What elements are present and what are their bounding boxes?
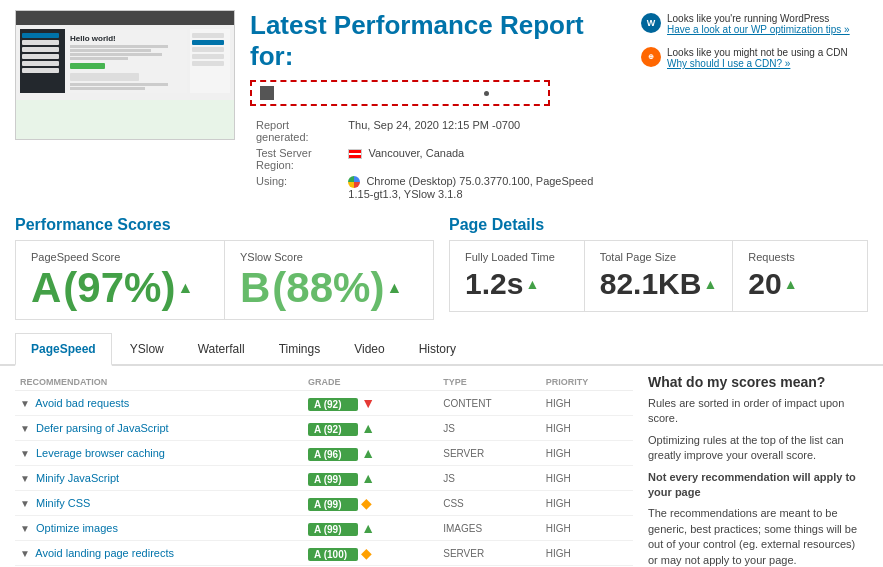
tab-pagespeed[interactable]: PageSpeed [15, 333, 112, 366]
rec-name[interactable]: ▼ Minify CSS [15, 491, 303, 516]
grade-badge: A (100) [308, 548, 358, 561]
rec-type: JS [438, 466, 541, 491]
rec-name[interactable]: ▼ Avoid bad requests [15, 391, 303, 416]
header-info: Latest Performance Report for: Report ge… [250, 10, 623, 203]
rec-priority: HIGH [541, 541, 633, 566]
wp-tip-link[interactable]: Have a look at our WP optimization tips … [667, 24, 850, 35]
rec-priority: HIGH [541, 441, 633, 466]
rec-grade: A (100) ◆ [303, 541, 438, 566]
tab-waterfall[interactable]: Waterfall [182, 333, 261, 364]
rec-name[interactable]: ▼ Defer parsing of JavaScript [15, 416, 303, 441]
rec-table: RECOMMENDATION GRADE TYPE PRIORITY ▼ Avo… [15, 374, 633, 566]
expand-icon[interactable]: ▼ [20, 548, 30, 559]
table-row: ▼ Minify CSS A (99) ◆ CSS HIGH [15, 491, 633, 516]
page-size-label: Total Page Size [600, 251, 718, 263]
details-inner: Fully Loaded Time 1.2s ▲ Total Page Size… [449, 240, 868, 312]
tips-panel: W Looks like you're running WordPress Ha… [638, 10, 868, 78]
rec-link[interactable]: Minify CSS [36, 497, 90, 509]
rec-type: JS [438, 416, 541, 441]
rec-link[interactable]: Minify JavaScript [36, 472, 119, 484]
grade-badge: A (99) [308, 498, 358, 511]
rec-name[interactable]: ▼ Optimize images [15, 516, 303, 541]
server-value: Vancouver, Canada [344, 146, 621, 172]
rec-priority: HIGH [541, 466, 633, 491]
expand-icon[interactable]: ▼ [20, 398, 30, 409]
page-size-card: Total Page Size 82.1KB ▲ [585, 241, 734, 311]
generated-label: Report generated: [252, 118, 342, 144]
pagespeed-grade: A (97%) ▲ [31, 267, 209, 309]
rec-grade: A (99) ▲ [303, 516, 438, 541]
col-type: TYPE [438, 374, 541, 391]
rec-link[interactable]: Leverage browser caching [36, 447, 165, 459]
side-panel-para1: Rules are sorted in order of impact upon… [648, 396, 868, 427]
rec-grade: A (92) ▲ [303, 416, 438, 441]
table-row: ▼ Defer parsing of JavaScript A (92) ▲ J… [15, 416, 633, 441]
yslow-grade: B (88%) ▲ [240, 267, 418, 309]
performance-scores: Performance Scores PageSpeed Score A (97… [15, 216, 434, 320]
rec-link[interactable]: Optimize images [36, 522, 118, 534]
cdn-tip-link[interactable]: Why should I use a CDN? » [667, 58, 790, 69]
loaded-time-trend-icon: ▲ [525, 276, 539, 292]
yslow-score-card: YSlow Score B (88%) ▲ [225, 241, 433, 319]
using-label: Using: [252, 174, 342, 201]
side-panel-para4: The recommendations are meant to be gene… [648, 506, 868, 567]
generated-value: Thu, Sep 24, 2020 12:15 PM -0700 [344, 118, 621, 144]
tab-history[interactable]: History [403, 333, 472, 364]
loaded-time-card: Fully Loaded Time 1.2s ▲ [450, 241, 585, 311]
requests-trend-icon: ▲ [784, 276, 798, 292]
server-label: Test Server Region: [252, 146, 342, 172]
rec-type: CONTENT [438, 391, 541, 416]
tab-video[interactable]: Video [338, 333, 400, 364]
requests-card: Requests 20 ▲ [733, 241, 867, 311]
yslow-label: YSlow Score [240, 251, 418, 263]
recommendations-table: RECOMMENDATION GRADE TYPE PRIORITY ▼ Avo… [15, 374, 633, 567]
col-recommendation: RECOMMENDATION [15, 374, 303, 391]
rec-grade: A (92) ▼ [303, 391, 438, 416]
rec-link[interactable]: Defer parsing of JavaScript [36, 422, 169, 434]
loaded-time-value: 1.2s ▲ [465, 267, 569, 301]
scores-inner: PageSpeed Score A (97%) ▲ YSlow Score B … [15, 240, 434, 320]
site-screenshot: Hello world! [15, 10, 235, 140]
table-row: ▼ Avoid landing page redirects A (100) ◆… [15, 541, 633, 566]
requests-label: Requests [748, 251, 852, 263]
cdn-tip-text: Looks like you might not be using a CDN … [667, 47, 848, 69]
col-priority: PRIORITY [541, 374, 633, 391]
side-panel: What do my scores mean? Rules are sorted… [648, 374, 868, 567]
tabs-bar: PageSpeed YSlow Waterfall Timings Video … [0, 333, 883, 366]
table-row: ▼ Optimize images A (99) ▲ IMAGES HIGH [15, 516, 633, 541]
table-row: ▼ Avoid bad requests A (92) ▼ CONTENT HI… [15, 391, 633, 416]
performance-scores-title: Performance Scores [15, 216, 434, 234]
cdn-icon: ⊕ [641, 47, 661, 67]
rec-priority: HIGH [541, 416, 633, 441]
rec-name[interactable]: ▼ Leverage browser caching [15, 441, 303, 466]
expand-icon[interactable]: ▼ [20, 423, 30, 434]
expand-icon[interactable]: ▼ [20, 473, 30, 484]
rec-grade: A (99) ◆ [303, 491, 438, 516]
page-details: Page Details Fully Loaded Time 1.2s ▲ To… [449, 216, 868, 320]
grade-badge: A (99) [308, 473, 358, 486]
cdn-tip: ⊕ Looks like you might not be using a CD… [638, 44, 868, 72]
expand-icon[interactable]: ▼ [20, 498, 30, 509]
rec-priority: HIGH [541, 491, 633, 516]
canada-flag-icon [348, 149, 362, 159]
rec-name[interactable]: ▼ Minify JavaScript [15, 466, 303, 491]
url-box [250, 80, 550, 106]
pagespeed-label: PageSpeed Score [31, 251, 209, 263]
rec-grade: A (96) ▲ [303, 441, 438, 466]
page-details-title: Page Details [449, 216, 868, 234]
rec-type: SERVER [438, 441, 541, 466]
requests-value: 20 ▲ [748, 267, 852, 301]
expand-icon[interactable]: ▼ [20, 448, 30, 459]
rec-link[interactable]: Avoid landing page redirects [35, 547, 174, 559]
tab-timings[interactable]: Timings [263, 333, 337, 364]
expand-icon[interactable]: ▼ [20, 523, 30, 534]
rec-link[interactable]: Avoid bad requests [35, 397, 129, 409]
rec-type: IMAGES [438, 516, 541, 541]
grade-badge: A (99) [308, 523, 358, 536]
pagespeed-trend-icon: ▲ [177, 280, 193, 296]
side-panel-para2: Optimizing rules at the top of the list … [648, 433, 868, 464]
table-row: ▼ Leverage browser caching A (96) ▲ SERV… [15, 441, 633, 466]
tab-yslow[interactable]: YSlow [114, 333, 180, 364]
table-section: RECOMMENDATION GRADE TYPE PRIORITY ▼ Avo… [0, 366, 883, 567]
rec-name[interactable]: ▼ Avoid landing page redirects [15, 541, 303, 566]
